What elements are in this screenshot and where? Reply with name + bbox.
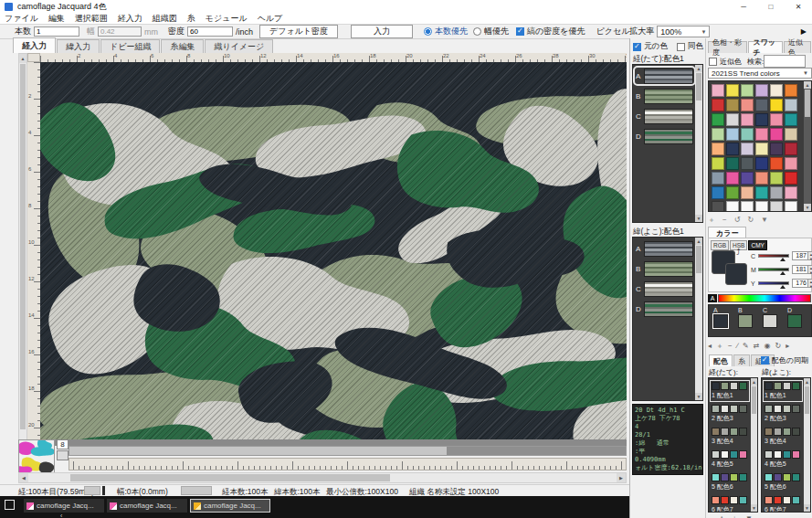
color-swatch[interactable] <box>770 113 783 126</box>
warp-thread-scrollbar[interactable]: ▲▼ <box>695 65 702 222</box>
channel-value[interactable]: 187 <box>792 251 808 260</box>
search-input[interactable] <box>764 55 806 68</box>
color-swatch[interactable] <box>770 186 783 199</box>
taskbar-window-button[interactable]: camoflage Jacq... <box>190 499 270 513</box>
thread-item[interactable]: D <box>636 129 693 143</box>
color-swatch[interactable] <box>755 99 768 111</box>
document-tab[interactable]: 緯入力 <box>57 39 100 53</box>
color-swatch[interactable] <box>726 143 739 155</box>
target-icon[interactable]: ◉ <box>764 342 770 350</box>
scroll-left-icon[interactable]: ◀ <box>19 473 28 482</box>
pattern-canvas[interactable] <box>40 62 627 446</box>
prev-icon[interactable]: ◂ <box>708 342 712 350</box>
color-swatch[interactable] <box>785 99 797 111</box>
color-swatch[interactable] <box>785 186 797 199</box>
color-swatch[interactable] <box>741 143 754 155</box>
channel-value[interactable]: 176 <box>792 279 808 288</box>
color-swatch[interactable] <box>741 157 754 170</box>
palette-entry[interactable]: 1 配色1 <box>764 381 802 401</box>
color-swatch[interactable] <box>785 172 797 185</box>
slash-icon[interactable]: ∕ <box>737 342 738 350</box>
color-swatch[interactable] <box>785 84 797 97</box>
channel-slider[interactable] <box>758 268 789 271</box>
taskbar-show-desktop[interactable] <box>5 500 15 510</box>
color-tab[interactable]: 色相・彩度 <box>708 41 747 53</box>
color-swatch[interactable] <box>712 84 724 97</box>
color-swatch[interactable] <box>770 84 783 97</box>
color-swatch[interactable] <box>770 172 783 185</box>
remove-color-icon[interactable]: − <box>728 342 733 350</box>
color-swatch[interactable] <box>755 172 768 185</box>
color-swatch[interactable] <box>785 157 797 170</box>
thread-item[interactable]: B <box>636 261 693 276</box>
palette-entry[interactable]: 5 配色6 <box>711 472 749 492</box>
color-swatch[interactable] <box>741 128 754 141</box>
document-tab[interactable]: 経入力 <box>13 37 56 53</box>
color-swatch[interactable] <box>785 201 797 212</box>
color-swatch[interactable] <box>726 201 739 212</box>
scroll-right-icon[interactable]: ▶ <box>617 473 626 482</box>
menu-item[interactable]: 選択範囲 <box>75 13 108 25</box>
palette-entry[interactable]: 3 配色4 <box>711 427 749 447</box>
color-swatch[interactable] <box>712 172 724 185</box>
palette-entry[interactable]: 4 配色5 <box>711 449 749 470</box>
next-icon[interactable]: ▸ <box>786 342 789 350</box>
horizontal-scroll-thumb[interactable] <box>70 474 390 481</box>
thread-color-item[interactable]: D <box>787 307 807 328</box>
taskbar-window-button[interactable]: camoflage Jacq... <box>107 499 187 513</box>
thread-item[interactable]: A <box>636 69 693 83</box>
menu-item[interactable]: 経入力 <box>118 13 142 25</box>
palette-entry[interactable]: 3 配色4 <box>764 427 802 447</box>
color-swatch[interactable] <box>712 143 724 155</box>
palette-entry[interactable]: 6 配色7 <box>711 495 749 513</box>
count-priority-radio[interactable] <box>424 27 432 36</box>
document-tab[interactable]: 織りイメージ <box>205 39 273 53</box>
color-swatch[interactable] <box>726 128 739 141</box>
color-swatch[interactable] <box>785 143 797 155</box>
horizontal-scrollbar[interactable]: ◀ ▶ <box>18 472 627 483</box>
color-swatch[interactable] <box>741 186 754 199</box>
move-down-icon[interactable]: ↓ <box>733 514 736 518</box>
channel-spinner-icon[interactable]: ▲▼ <box>808 279 812 288</box>
stripe-density-checkbox[interactable] <box>516 27 524 36</box>
color-tab[interactable]: 近似色 <box>784 41 811 53</box>
color-swatch[interactable] <box>755 113 768 126</box>
color-swatch[interactable] <box>741 201 754 212</box>
count-input[interactable] <box>34 26 79 37</box>
swap-icon[interactable]: ⇄ <box>754 342 760 350</box>
palette-entry[interactable]: 5 配色6 <box>764 472 802 492</box>
color-swatch[interactable] <box>770 201 783 212</box>
menu-item[interactable]: ファイル <box>5 13 38 25</box>
palette-entry[interactable]: 2 配色3 <box>711 404 749 424</box>
pattern-mini-preview[interactable] <box>18 439 55 476</box>
taskbar-window-button[interactable]: camoflage Jacq... <box>24 499 104 513</box>
palette-section-tab[interactable]: 配色 <box>709 354 733 366</box>
menu-item[interactable]: 糸 <box>187 13 195 25</box>
minimize-button[interactable]: ─ <box>730 0 757 13</box>
channel-slider[interactable] <box>758 254 789 258</box>
pixel-zoom-select[interactable]: 100% ▼ <box>657 26 710 37</box>
color-swatch[interactable] <box>712 201 724 212</box>
warp-palette-list[interactable]: 1 配色12 配色33 配色44 配色55 配色66 配色7▲▼ <box>708 377 758 513</box>
default-density-button[interactable]: デフォルト密度 <box>259 25 338 38</box>
palette-entry[interactable]: 6 配色7 <box>764 495 802 513</box>
thread-item[interactable]: C <box>636 281 693 296</box>
palette-select[interactable]: 2021SS Trend colors ▼ <box>708 68 812 79</box>
palette-menu-icon[interactable]: ▼ <box>745 514 753 518</box>
more-options-icon[interactable]: ▼ <box>761 216 768 224</box>
edit-icon[interactable]: ✎ <box>743 342 749 350</box>
color-swatch[interactable] <box>726 186 739 199</box>
repeat-count-box[interactable]: 8 <box>57 439 69 449</box>
swap-colors-icon[interactable]: ⤴ <box>736 248 741 257</box>
panel-expand-icon[interactable]: ▶ <box>801 27 807 36</box>
camo-pattern-image[interactable] <box>40 62 627 439</box>
channel-spinner-icon[interactable]: ▲▼ <box>808 265 812 274</box>
width-input[interactable] <box>98 26 142 37</box>
weft-color-bar[interactable] <box>69 446 627 456</box>
color-swatch[interactable] <box>770 99 783 111</box>
thread-item[interactable]: C <box>636 109 693 123</box>
color-swatch[interactable] <box>755 186 768 199</box>
taskbar-overflow-icon[interactable]: ‹ <box>60 513 62 518</box>
thread-item[interactable]: B <box>636 89 693 103</box>
color-mode-button[interactable]: RGB <box>711 240 729 250</box>
